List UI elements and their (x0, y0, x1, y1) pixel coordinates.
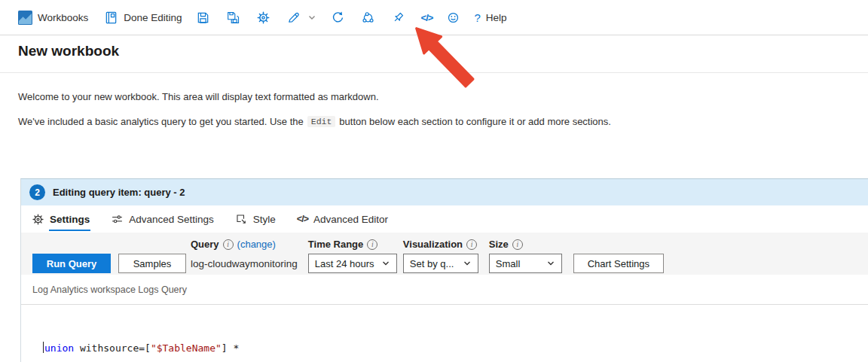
done-editing-label: Done Editing (124, 12, 182, 23)
size-group: Size i Small (489, 237, 562, 273)
text-cursor (43, 342, 44, 353)
workspace-name: log-cloudwaymonitoring (191, 258, 298, 269)
size-select[interactable]: Small (489, 254, 562, 273)
code-line: union withsource=["$TableName"] * (43, 340, 868, 357)
visualization-label: Visualization (403, 239, 463, 250)
instructions-text-before: We've included a basic analytics query t… (18, 116, 304, 127)
query-source-group: Query i (change) log-cloudwaymonitoring (191, 237, 298, 273)
edit-dropdown-chevron-icon[interactable] (307, 12, 317, 23)
step-number-badge: 2 (29, 184, 45, 200)
done-editing-button[interactable]: Done Editing (104, 11, 182, 25)
help-question-icon: ? (474, 11, 480, 24)
feedback-smiley-icon[interactable] (446, 11, 460, 25)
visualization-group: Visualization i Set by q... (403, 237, 478, 273)
save-icon[interactable] (196, 11, 210, 25)
run-query-button[interactable]: Run Query (32, 254, 111, 273)
edit-chip: Edit (307, 116, 336, 127)
chevron-down-icon (381, 259, 390, 268)
time-range-label: Time Range (308, 239, 363, 250)
code-icon: </> (297, 214, 308, 224)
workbooks-label: Workbooks (38, 12, 88, 23)
query-label: Query (191, 239, 219, 250)
auto-refresh-cloud-icon[interactable] (361, 11, 375, 25)
settings-gear-icon (32, 213, 44, 226)
workbooks-gallery-icon (18, 11, 32, 25)
chevron-down-icon (463, 259, 472, 268)
kql-code-editor[interactable]: union withsource=["$TableName"] * | summ… (21, 305, 868, 362)
tab-advanced-editor[interactable]: </> Advanced Editor (297, 205, 388, 233)
time-range-select[interactable]: Last 24 hours (308, 254, 397, 273)
tab-advanced-settings[interactable]: Advanced Settings (111, 205, 214, 233)
section-title: Editing query item: query - 2 (53, 187, 185, 198)
size-label: Size (489, 239, 509, 250)
sliders-icon (111, 213, 124, 226)
advanced-editor-code-icon[interactable]: </> (421, 12, 433, 23)
top-toolbar: Workbooks Done Editing </> ? Help (0, 0, 868, 35)
tab-settings[interactable]: Settings (32, 205, 90, 233)
welcome-paragraph: Welcome to your new workbook. This area … (18, 91, 379, 102)
chart-settings-button[interactable]: Chart Settings (573, 254, 664, 273)
workbooks-button[interactable]: Workbooks (18, 11, 88, 25)
book-icon (104, 11, 118, 25)
help-label: Help (486, 12, 507, 23)
section-header: 2 Editing query item: query - 2 (21, 179, 868, 205)
tab-style[interactable]: Style (235, 205, 276, 233)
instructions-text-after: button below each section to configure i… (339, 116, 611, 127)
info-icon[interactable]: i (367, 239, 377, 250)
info-icon[interactable]: i (512, 239, 523, 250)
samples-group: Samples (118, 237, 186, 273)
tab-advanced-settings-label: Advanced Settings (129, 214, 214, 225)
time-range-group: Time Range i Last 24 hours (308, 237, 397, 273)
samples-button[interactable]: Samples (118, 254, 186, 273)
tab-advanced-editor-label: Advanced Editor (313, 214, 388, 225)
chevron-down-icon (546, 259, 555, 268)
tab-bar: Settings Advanced Settings Style </> Adv… (21, 205, 868, 233)
edit-pencil-icon[interactable] (286, 11, 301, 25)
query-edit-section: 2 Editing query item: query - 2 Settings… (20, 178, 868, 362)
refresh-icon[interactable] (331, 11, 345, 25)
page-title: New workbook (18, 43, 119, 59)
query-controls-bar: Run Query Samples Query i (change) log-c… (21, 233, 868, 275)
pin-icon[interactable] (391, 11, 405, 25)
info-icon[interactable]: i (466, 239, 477, 250)
info-icon[interactable]: i (223, 239, 234, 250)
header-divider (0, 72, 868, 73)
help-button[interactable]: ? Help (474, 11, 506, 24)
tab-settings-label: Settings (50, 214, 90, 225)
logs-query-label: Log Analytics workspace Logs Query (32, 284, 187, 295)
change-query-link[interactable]: (change) (237, 239, 276, 250)
settings-gear-icon[interactable] (256, 11, 270, 25)
style-resize-icon (235, 213, 248, 226)
tab-style-label: Style (253, 214, 276, 225)
save-as-icon[interactable] (226, 11, 240, 25)
visualization-select[interactable]: Set by q... (403, 254, 478, 273)
chart-settings-group: Chart Settings (573, 237, 664, 273)
run-query-group: Run Query (32, 237, 111, 273)
instructions-paragraph: We've included a basic analytics query t… (18, 116, 611, 127)
